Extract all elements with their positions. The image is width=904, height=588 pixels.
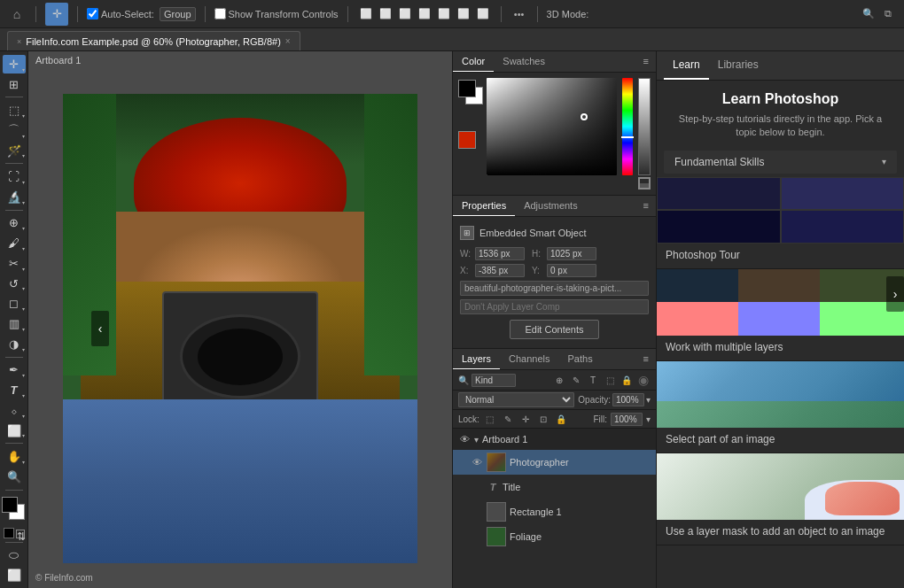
align-left-btn[interactable]: ⬜ (357, 5, 375, 23)
quick-mask-btn[interactable]: ⬭ (3, 546, 26, 565)
align-middle-btn[interactable]: ⬜ (435, 5, 453, 23)
color-detail-btn[interactable] (638, 177, 651, 190)
properties-panel-menu[interactable]: ≡ (636, 196, 656, 216)
align-bottom-btn[interactable]: ⬜ (455, 5, 472, 23)
dodge-tool-btn[interactable]: ◑ ▾ (3, 335, 26, 353)
show-transform-checkbox[interactable] (214, 8, 226, 19)
eraser-btn[interactable]: ◻ ▾ (3, 294, 26, 313)
tab-learn[interactable]: Learn (664, 51, 709, 80)
tab-paths[interactable]: Paths (559, 349, 602, 369)
layer-filter-toggle[interactable]: ◉ (636, 373, 651, 387)
layer-filter-btn1[interactable]: ⊕ (552, 373, 566, 387)
learn-panel-next-arrow[interactable]: › (886, 276, 904, 312)
color-spectrum-picker[interactable] (487, 78, 617, 175)
window-btn[interactable]: ⧉ (879, 5, 897, 23)
align-top-btn[interactable]: ⬜ (416, 5, 433, 23)
lock-artboard-btn[interactable]: ⊡ (536, 412, 550, 426)
auto-select-checkbox[interactable] (87, 8, 98, 19)
y-input[interactable] (547, 264, 596, 277)
width-input[interactable] (475, 247, 525, 260)
move-tool-btn[interactable]: ✛ (45, 3, 68, 26)
default-colors-btn[interactable] (4, 528, 14, 538)
hue-slider[interactable] (622, 78, 633, 175)
tab-libraries[interactable]: Libraries (709, 51, 768, 80)
layer-filter-btn5[interactable]: 🔒 (620, 373, 634, 387)
pen-tool-btn[interactable]: ✒ ▾ (3, 360, 26, 379)
layer-visibility-foliage[interactable]: 👁 (471, 530, 483, 543)
layer-item-foliage[interactable]: 👁 Foliage (453, 524, 656, 549)
align-right-btn[interactable]: ⬜ (396, 5, 414, 23)
skills-dropdown[interactable]: Fundamental Skills ▾ (664, 151, 897, 174)
selected-color-swatch[interactable] (458, 131, 476, 149)
layer-item-photographer[interactable]: 👁 Photographer (453, 450, 656, 475)
layer-item-title[interactable]: 👁 T Title (453, 475, 656, 499)
text-tool-btn[interactable]: T ▾ (3, 381, 26, 399)
eyedropper-btn[interactable]: 🔬 ▾ (3, 188, 26, 206)
clone-stamp-btn[interactable]: ✂ ▾ (3, 254, 26, 273)
magic-wand-btn[interactable]: 🪄 ▾ (3, 142, 26, 160)
artboard-collapse-btn[interactable]: ▾ (474, 435, 479, 445)
x-input[interactable] (475, 264, 525, 277)
document-tab[interactable]: × FileInfo.com Example.psd @ 60% (Photog… (7, 31, 300, 50)
canvas-prev-arrow[interactable]: ‹ (91, 311, 109, 346)
auto-select-dropdown[interactable]: Group (160, 7, 196, 21)
tab-properties[interactable]: Properties (453, 196, 515, 216)
tab-channels[interactable]: Channels (500, 349, 558, 369)
color-panel-menu[interactable]: ≡ (636, 51, 656, 72)
layer-filter-btn2[interactable]: ✎ (569, 373, 583, 387)
gradient-tool-btn[interactable]: ▥ ▾ (3, 314, 26, 333)
fg-color-swatch[interactable] (458, 80, 476, 97)
healing-brush-btn[interactable]: ⊕ ▾ (3, 214, 26, 233)
hand-tool-btn[interactable]: ✋ ▾ (3, 447, 26, 466)
foreground-color[interactable] (2, 497, 18, 513)
layer-visibility-rectangle[interactable]: 👁 (471, 506, 483, 518)
artboard-tool-btn[interactable]: ⊞ (3, 75, 26, 94)
tab-color[interactable]: Color (453, 51, 494, 72)
layers-panel-menu[interactable]: ≡ (636, 349, 656, 369)
tab-layers[interactable]: Layers (453, 349, 500, 369)
tab-close-btn[interactable]: × (285, 36, 291, 46)
swap-colors-btn[interactable]: ⇅ (16, 530, 25, 538)
tab-adjustments[interactable]: Adjustments (515, 196, 587, 216)
zoom-tool-btn[interactable]: 🔍 (3, 468, 26, 486)
layer-visibility-photographer[interactable]: 👁 (471, 456, 483, 468)
history-brush-btn[interactable]: ↺ ▾ (3, 275, 26, 293)
canvas-content[interactable]: ‹ © FileInfo.com (28, 69, 452, 588)
tutorial-item-layers[interactable]: Work with multiple layers (657, 269, 904, 361)
home-icon[interactable]: ⌂ (7, 4, 27, 24)
artboard-row[interactable]: 👁 ▾ Artboard 1 (453, 429, 656, 450)
layer-filter-btn3[interactable]: T (586, 373, 600, 387)
kind-dropdown[interactable]: Kind (471, 374, 516, 387)
edit-contents-btn[interactable]: Edit Contents (510, 320, 598, 339)
layer-item-rectangle[interactable]: 👁 Rectangle 1 (453, 499, 656, 524)
lock-transparent-btn[interactable]: ⬚ (483, 412, 497, 426)
layer-visibility-title[interactable]: 👁 (471, 481, 483, 493)
opacity-slider[interactable] (638, 78, 651, 175)
crop-tool-btn[interactable]: ⛶ ▾ (3, 167, 26, 186)
opacity-arrow[interactable]: ▾ (646, 395, 651, 405)
layer-filter-btn4[interactable]: ⬚ (603, 373, 617, 387)
opacity-input[interactable] (612, 393, 644, 406)
fill-input[interactable] (611, 413, 643, 426)
more-options-btn[interactable]: ••• (510, 5, 528, 23)
lock-pixels-btn[interactable]: ✎ (501, 412, 515, 426)
artboard-visibility-btn[interactable]: 👁 (458, 433, 471, 445)
tutorial-item-tour[interactable]: Photoshop Tour (657, 177, 904, 269)
path-selection-btn[interactable]: ⬦ ▾ (3, 401, 26, 420)
distribute-btn[interactable]: ⬜ (474, 5, 492, 23)
marquee-tool-btn[interactable]: ⬚ ▾ (3, 101, 26, 120)
lock-all-btn[interactable]: 🔒 (554, 412, 568, 426)
blend-mode-select[interactable]: Normal (458, 392, 574, 407)
align-center-btn[interactable]: ⬜ (377, 5, 394, 23)
screen-mode-btn[interactable]: ⬜ (3, 566, 26, 584)
selection-tool-btn[interactable]: ✛ ▾ (3, 55, 26, 74)
tab-swatches[interactable]: Swatches (494, 51, 554, 72)
brush-tool-btn[interactable]: 🖌 ▾ (3, 234, 26, 252)
height-input[interactable] (547, 247, 596, 260)
tutorial-item-select[interactable]: Select part of an image (657, 361, 904, 453)
search-btn[interactable]: 🔍 (860, 5, 877, 23)
lock-position-btn[interactable]: ✛ (518, 412, 533, 426)
lasso-tool-btn[interactable]: ⌒ ▾ (3, 121, 26, 140)
tutorial-item-mask[interactable]: Use a layer mask to add an object to an … (657, 453, 904, 545)
shape-tool-btn[interactable]: ⬜ ▾ (3, 422, 26, 440)
